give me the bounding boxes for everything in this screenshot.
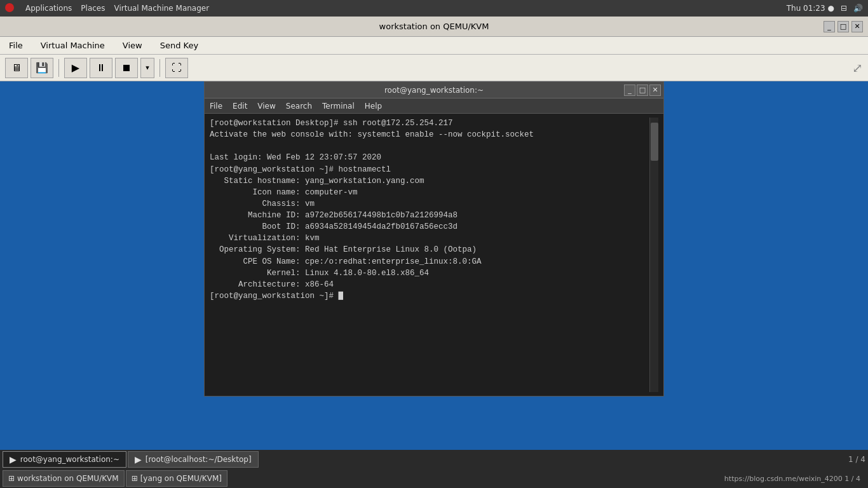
network-icon: ⊟	[841, 4, 847, 13]
qemu-menu-vm[interactable]: Virtual Machine	[37, 39, 109, 51]
terminal-close-button[interactable]: ✕	[649, 85, 661, 96]
tab-count: 1 / 4	[836, 455, 865, 464]
monitor-button[interactable]: 🖥	[5, 58, 28, 78]
terminal-menu-edit[interactable]: Edit	[233, 102, 247, 111]
terminal-menu-file[interactable]: File	[210, 102, 222, 111]
pause-button[interactable]: ⏸	[90, 58, 112, 78]
taskbar-icon-1: ⊞	[8, 474, 15, 483]
terminal-minimize-button[interactable]: _	[624, 85, 635, 96]
fullscreen-button[interactable]: ⛶	[165, 58, 188, 78]
tab-yang-workstation[interactable]: ▶ root@yang_workstation:~	[3, 451, 126, 468]
tab-localhost-desktop[interactable]: ▶ [root@localhost:~/Desktop]	[128, 451, 259, 468]
qemu-restore-button[interactable]: □	[837, 21, 849, 32]
qemu-close-button[interactable]: ✕	[851, 21, 863, 32]
tab-label-2: [root@localhost:~/Desktop]	[146, 455, 252, 464]
places-menu[interactable]: Places	[81, 4, 105, 13]
qemu-menubar: File Virtual Machine View Send Key	[0, 37, 868, 55]
terminal-menu-search[interactable]: Search	[286, 102, 312, 111]
taskbar-workstation[interactable]: ⊞ workstation on QEMU/KVM	[3, 470, 125, 487]
terminal-menubar: File Edit View Search Terminal Help	[205, 98, 663, 114]
toolbar-separator-1	[58, 59, 59, 77]
taskbar-yang[interactable]: ⊞ [yang on QEMU/KVM]	[126, 470, 227, 487]
terminal-titlebar: root@yang_workstation:~ _ □ ✕	[205, 82, 663, 98]
qemu-menu-file[interactable]: File	[5, 39, 27, 51]
audio-icon: 🔊	[853, 4, 863, 13]
qemu-menu-view[interactable]: View	[119, 39, 146, 51]
redhat-icon	[5, 3, 14, 12]
qemu-window-title: workstation on QEMU/KVM	[379, 22, 489, 31]
taskbar-label-1: workstation on QEMU/KVM	[17, 474, 119, 483]
taskbar-right-info: https://blog.csdn.me/weixin_4200 1 / 4	[724, 475, 865, 483]
scrollbar-thumb[interactable]	[651, 123, 658, 161]
tab-terminal-icon-1: ▶	[10, 454, 17, 464]
app-indicator	[5, 3, 17, 14]
system-bar: Applications Places Virtual Machine Mana…	[0, 0, 868, 17]
dropdown-button[interactable]: ▾	[140, 58, 154, 78]
qemu-menu-sendkey[interactable]: Send Key	[156, 39, 202, 51]
system-time: Thu 01:23 ●	[787, 4, 834, 13]
qemu-toolbar: 🖥 💾 ▶ ⏸ ⏹ ▾ ⛶ ⤢	[0, 55, 868, 81]
terminal-window: root@yang_workstation:~ _ □ ✕ File Edit …	[204, 81, 664, 396]
terminal-text-output: [root@workstation Desktop]# ssh root@172…	[210, 118, 649, 392]
qemu-titlebar: workstation on QEMU/KVM _ □ ✕	[0, 17, 868, 37]
tab-label-1: root@yang_workstation:~	[20, 455, 119, 464]
terminal-menu-help[interactable]: Help	[365, 102, 382, 111]
terminal-title: root@yang_workstation:~	[384, 86, 484, 95]
vmm-menu[interactable]: Virtual Machine Manager	[114, 4, 209, 13]
vm-display-area[interactable]: root@yang_workstation:~ _ □ ✕ File Edit …	[0, 81, 868, 450]
applications-menu[interactable]: Applications	[25, 4, 72, 13]
resize-icon[interactable]: ⤢	[852, 60, 863, 76]
play-button[interactable]: ▶	[64, 58, 87, 78]
taskbar-label-2: [yang on QEMU/KVM]	[140, 474, 222, 483]
terminal-scrollbar[interactable]	[649, 118, 658, 392]
terminal-content[interactable]: [root@workstation Desktop]# ssh root@172…	[205, 114, 663, 396]
terminal-menu-terminal[interactable]: Terminal	[322, 102, 355, 111]
qemu-minimize-button[interactable]: _	[824, 21, 835, 32]
system-taskbar: ⊞ workstation on QEMU/KVM ⊞ [yang on QEM…	[0, 469, 868, 488]
tab-terminal-icon-2: ▶	[135, 454, 142, 464]
taskbar-icon-2: ⊞	[132, 474, 138, 483]
terminal-restore-button[interactable]: □	[637, 85, 648, 96]
terminal-menu-view[interactable]: View	[257, 102, 275, 111]
toolbar-separator-2	[159, 59, 160, 77]
stop-button[interactable]: ⏹	[115, 58, 138, 78]
floppy-button[interactable]: 💾	[31, 58, 53, 78]
tab-bar: ▶ root@yang_workstation:~ ▶ [root@localh…	[0, 450, 868, 469]
